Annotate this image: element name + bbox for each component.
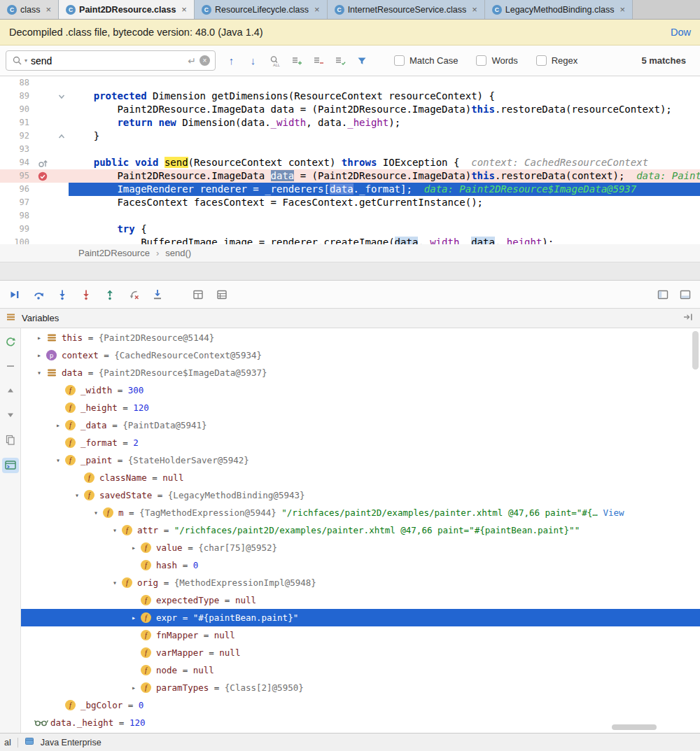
step-into-icon[interactable] (56, 288, 69, 301)
evaluate-expression-icon[interactable] (192, 288, 204, 301)
variable-row-paramTypes[interactable]: ▸fparamTypes = {Class[2]@5950} (21, 679, 700, 696)
variable-row-savedState[interactable]: ▾fsavedState = {LegacyMethodBinding@5943… (21, 486, 700, 504)
show-values-icon[interactable] (216, 288, 228, 301)
collapsed-arrow-icon[interactable]: ▸ (127, 614, 141, 622)
match-case-checkbox[interactable]: Match Case (394, 55, 458, 66)
tab-class[interactable]: Cclass× (0, 0, 59, 19)
variable-row-_format[interactable]: f_format = 2 (21, 434, 700, 451)
code-line-97[interactable]: 97 FacesContext facesContext = FacesCont… (0, 196, 700, 209)
scrollbar-thumb-horizontal[interactable] (612, 724, 657, 730)
variable-row-attr[interactable]: ▾fattr = "/richfaces/paint2D/examples/pa… (21, 521, 700, 539)
variable-row-expectedType[interactable]: fexpectedType = null (21, 591, 700, 609)
search-history-chevron-icon[interactable]: ▾ (24, 57, 27, 64)
collapsed-arrow-icon[interactable]: ▸ (32, 334, 46, 342)
step-out-icon[interactable] (104, 288, 116, 301)
rerun-icon[interactable] (4, 335, 18, 348)
clear-search-icon[interactable]: × (200, 55, 210, 66)
variable-row-m[interactable]: ▾fm = {TagMethodExpression@5944} "/richf… (21, 504, 700, 521)
force-step-into-icon[interactable] (80, 288, 92, 301)
breadcrumb-method[interactable]: send() (165, 248, 191, 258)
collapsed-arrow-icon[interactable]: ▸ (51, 421, 65, 429)
code-line-98[interactable]: 98 (0, 209, 700, 223)
banner-download-link[interactable]: Dow (671, 27, 691, 38)
variable-row-varMapper[interactable]: fvarMapper = null (21, 644, 700, 661)
regex-checkbox[interactable]: Regex (536, 55, 578, 66)
expanded-arrow-icon[interactable]: ▾ (89, 509, 103, 517)
expanded-arrow-icon[interactable]: ▾ (70, 491, 84, 499)
code-line-100[interactable]: 100 BufferedImage image = renderer.creat… (0, 236, 700, 244)
code-line-96[interactable]: 96 ImageRenderer renderer = _renderers[d… (0, 183, 700, 196)
drop-frame-icon[interactable] (127, 288, 140, 301)
variable-row-orig[interactable]: ▾forig = {MethodExpressionImpl@5948} (21, 574, 700, 591)
checkbox-box[interactable] (476, 55, 486, 66)
code-line-95[interactable]: 95 Paint2DResource.ImageData data = (Pai… (0, 169, 700, 183)
variable-row-_bgColor[interactable]: f_bgColor = 0 (21, 696, 700, 714)
tab-close-icon[interactable]: × (181, 4, 187, 15)
variable-row-context[interactable]: ▸pcontext = {CachedResourceContext@5934} (21, 346, 700, 364)
search-input[interactable]: ▾ send ↵ × (6, 50, 216, 71)
copy-icon[interactable] (4, 433, 18, 446)
tab-LegacyMethodBinding.class[interactable]: CLegacyMethodBinding.class× (485, 0, 633, 19)
variable-row-node[interactable]: fnode = null (21, 661, 700, 679)
variable-row-data-_height[interactable]: data._height = 120 (21, 714, 700, 731)
checkbox-box[interactable] (536, 55, 547, 66)
variable-row-_height[interactable]: f_height = 120 (21, 399, 700, 416)
down-icon[interactable] (4, 409, 18, 421)
tab-ResourceLifecycle.class[interactable]: CResourceLifecycle.class× (195, 0, 328, 19)
code-line-90[interactable]: 90 Paint2DResource.ImageData data = (Pai… (0, 103, 700, 116)
status-java-enterprise[interactable]: Java Enterprise (41, 738, 102, 748)
scrollbar-thumb-vertical[interactable] (692, 331, 699, 370)
fold-up-icon[interactable] (55, 129, 69, 143)
code-editor[interactable]: 8889 protected Dimension getDimensions(R… (0, 76, 700, 244)
variable-row-value[interactable]: ▸fvalue = {char[75]@5952} (21, 539, 700, 556)
variable-row-data[interactable]: ▾data = {Paint2DResource$ImageData@5937} (21, 364, 700, 381)
code-line-92[interactable]: 92 } (0, 129, 700, 143)
tab-close-icon[interactable]: × (314, 4, 320, 15)
variable-row-expr[interactable]: ▸fexpr = "#{paintBean.paint}" (21, 609, 700, 626)
search-icon[interactable] (11, 55, 23, 66)
up-icon[interactable] (4, 384, 18, 397)
expanded-arrow-icon[interactable]: ▾ (51, 456, 65, 464)
console-icon[interactable] (2, 458, 19, 473)
code-line-91[interactable]: 91 return new Dimension(data._width, dat… (0, 116, 700, 129)
code-line-99[interactable]: 99 try { (0, 223, 700, 236)
newline-icon[interactable]: ↵ (188, 55, 196, 66)
expanded-arrow-icon[interactable]: ▾ (32, 369, 46, 377)
run-to-cursor-icon[interactable] (151, 288, 164, 301)
words-checkbox[interactable]: Words (476, 55, 517, 66)
variable-row-className[interactable]: fclassName = null (21, 469, 700, 486)
collapsed-arrow-icon[interactable]: ▸ (32, 351, 46, 359)
code-line-89[interactable]: 89 protected Dimension getDimensions(Res… (0, 90, 700, 103)
next-occurrence-icon[interactable]: ↓ (247, 55, 259, 66)
variable-row-this[interactable]: ▸this = {Paint2DResource@5144} (21, 329, 700, 346)
code-line-88[interactable]: 88 (0, 76, 700, 90)
variable-row-hash[interactable]: fhash = 0 (21, 556, 700, 574)
breakpoint-icon[interactable] (31, 169, 55, 183)
add-occurrence-icon[interactable] (290, 55, 302, 66)
breadcrumb-class[interactable]: Paint2DResource (78, 248, 150, 258)
override-icon[interactable] (31, 156, 55, 169)
tab-Paint2DResource.class[interactable]: CPaint2DResource.class× (59, 0, 195, 19)
remove-occurrence-icon[interactable] (312, 55, 324, 66)
variable-row-_width[interactable]: f_width = 300 (21, 381, 700, 399)
view-link[interactable]: View (598, 507, 624, 518)
select-all-occurrences-icon[interactable] (334, 55, 346, 66)
expanded-arrow-icon[interactable]: ▾ (108, 526, 122, 534)
step-over-icon[interactable] (32, 288, 45, 301)
variable-row-fnMapper[interactable]: ffnMapper = null (21, 626, 700, 644)
collapsed-arrow-icon[interactable]: ▸ (127, 544, 141, 552)
tab-close-icon[interactable]: × (472, 4, 477, 15)
tab-InternetResourceService.class[interactable]: CInternetResourceService.class× (328, 0, 485, 19)
collapsed-arrow-icon[interactable]: ▸ (127, 684, 141, 692)
code-line-93[interactable]: 93 (0, 143, 700, 156)
focus-icon[interactable] (683, 313, 694, 323)
code-line-94[interactable]: 94 public void send(ResourceContext cont… (0, 156, 700, 169)
layout-icon[interactable] (657, 288, 669, 301)
variable-row-_data[interactable]: ▸f_data = {PaintData@5941} (21, 416, 700, 434)
restore-layout-icon[interactable] (679, 288, 692, 301)
show-execution-point-icon[interactable] (8, 288, 21, 301)
variable-row-_paint[interactable]: ▾f_paint = {StateHolderSaver@5942} (21, 451, 700, 469)
tab-close-icon[interactable]: × (46, 4, 51, 15)
fold-down-icon[interactable] (55, 90, 69, 103)
find-all-icon[interactable]: ALL (269, 55, 281, 66)
